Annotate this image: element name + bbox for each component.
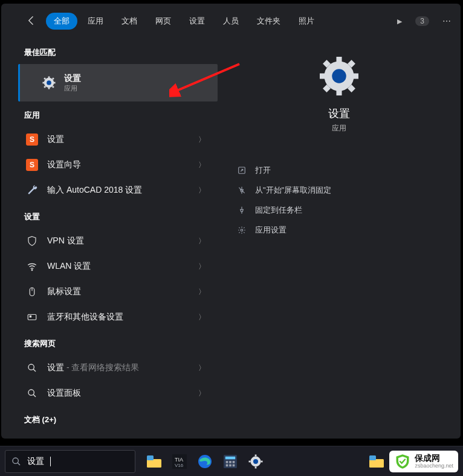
svg-line-20 — [33, 369, 36, 371]
best-match-item[interactable]: 设置 应用 — [18, 64, 218, 101]
detail-actions: 打开 从"开始"屏幕取消固定 固定到任务栏 应用设置 — [236, 160, 442, 240]
chevron-right-icon: 〉 — [198, 388, 206, 399]
taskbar-explorer-icon[interactable] — [145, 452, 163, 471]
search-icon — [25, 361, 39, 375]
action-unpin-start[interactable]: 从"开始"屏幕取消固定 — [236, 180, 442, 200]
s-orange-icon: S — [25, 158, 39, 172]
watermark-title: 保成网 — [415, 454, 453, 463]
svg-rect-57 — [249, 460, 251, 462]
svg-point-19 — [28, 364, 34, 370]
mouse-icon — [25, 285, 39, 298]
web-item-1[interactable]: 设置面板 〉 — [1, 381, 218, 406]
action-app-settings[interactable]: 应用设置 — [236, 220, 442, 240]
svg-text:S: S — [30, 161, 34, 169]
back-arrow-icon[interactable] — [25, 14, 39, 28]
action-label: 固定到任务栏 — [255, 205, 302, 216]
web-item-label: 设置面板 — [47, 388, 198, 399]
tab-all[interactable]: 全部 — [46, 13, 77, 30]
section-settings: 设置 — [1, 203, 218, 228]
chevron-right-icon: 〉 — [198, 287, 206, 297]
svg-rect-59 — [369, 459, 384, 468]
svg-rect-47 — [226, 461, 228, 463]
settings-item-label: 蓝牙和其他设备设置 — [47, 312, 198, 323]
detail-subtitle: 应用 — [332, 123, 346, 133]
section-web: 搜索网页 — [1, 330, 218, 355]
tab-settings[interactable]: 设置 — [181, 13, 213, 30]
s-orange-icon: S — [25, 133, 39, 146]
section-apps: 应用 — [1, 101, 218, 127]
wifi-icon — [25, 260, 39, 273]
settings-item-label: 鼠标设置 — [47, 286, 198, 297]
svg-rect-2 — [48, 76, 50, 78]
svg-text:TIA: TIA — [175, 457, 183, 463]
taskbar-search[interactable]: 设置 — [5, 450, 135, 473]
svg-rect-60 — [369, 455, 376, 460]
taskbar-tia-icon[interactable]: TIAV16 — [170, 452, 189, 471]
svg-rect-27 — [320, 73, 325, 79]
svg-rect-39 — [147, 459, 161, 468]
header-badge[interactable]: 3 — [415, 16, 429, 26]
tab-web[interactable]: 网页 — [147, 13, 179, 30]
web-item-0[interactable]: 设置 - 查看网络搜索结果 〉 — [1, 355, 218, 381]
tab-apps[interactable]: 应用 — [80, 13, 111, 30]
svg-rect-3 — [48, 88, 50, 89]
open-icon — [237, 166, 247, 175]
settings-item-label: WLAN 设置 — [47, 261, 198, 272]
action-pin-taskbar[interactable]: 固定到任务栏 — [236, 200, 442, 220]
app-item-2[interactable]: 输入 AutoCAD 2018 设置 〉 — [1, 178, 218, 203]
unpin-icon — [237, 185, 247, 195]
settings-item-vpn[interactable]: VPN 设置 〉 — [1, 228, 218, 254]
gear-icon — [42, 76, 56, 89]
app-item-label: 设置 — [47, 134, 198, 145]
svg-rect-46 — [225, 456, 236, 459]
section-best-match: 最佳匹配 — [1, 39, 218, 64]
svg-point-1 — [47, 80, 51, 85]
taskbar-explorer2-icon[interactable] — [367, 452, 386, 471]
chevron-right-icon: 〉 — [198, 185, 206, 196]
taskbar-settings-icon[interactable] — [247, 452, 265, 471]
shield-logo-icon — [394, 453, 411, 470]
svg-rect-56 — [255, 466, 257, 468]
svg-rect-26 — [336, 90, 342, 95]
settings-item-wlan[interactable]: WLAN 设置 〉 — [1, 254, 218, 279]
action-label: 应用设置 — [255, 225, 287, 236]
svg-rect-55 — [255, 454, 257, 456]
app-item-label: 输入 AutoCAD 2018 设置 — [47, 185, 198, 196]
header: 全部 应用 文档 网页 设置 人员 文件夹 照片 ▶ 3 ⋯ — [1, 4, 461, 39]
app-item-1[interactable]: S 设置向导 〉 — [1, 152, 218, 178]
settings-item-bluetooth[interactable]: 蓝牙和其他设备设置 〉 — [1, 304, 218, 330]
search-window: 全部 应用 文档 网页 设置 人员 文件夹 照片 ▶ 3 ⋯ 最佳匹配 设置 — [1, 4, 461, 439]
search-icon — [25, 387, 39, 400]
section-docs: 文档 (2+) — [1, 406, 218, 431]
play-icon[interactable]: ▶ — [397, 18, 402, 25]
taskbar-edge-icon[interactable] — [196, 452, 214, 471]
svg-point-21 — [28, 390, 34, 395]
action-open[interactable]: 打开 — [236, 160, 442, 180]
best-match-subtitle: 应用 — [64, 84, 81, 93]
svg-rect-25 — [336, 57, 342, 62]
chevron-right-icon: 〉 — [198, 363, 206, 373]
tab-folders[interactable]: 文件夹 — [249, 13, 288, 30]
svg-rect-50 — [226, 464, 228, 466]
tab-people[interactable]: 人员 — [215, 13, 247, 30]
settings-item-label: VPN 设置 — [47, 236, 198, 246]
watermark-url: zsbaocheng.net — [415, 463, 453, 469]
svg-rect-58 — [261, 460, 263, 462]
svg-rect-40 — [147, 455, 154, 460]
tab-photos[interactable]: 照片 — [291, 13, 322, 30]
chevron-right-icon: 〉 — [198, 160, 206, 170]
more-icon[interactable]: ⋯ — [442, 16, 452, 26]
taskbar-calculator-icon[interactable] — [221, 452, 239, 471]
settings-item-mouse[interactable]: 鼠标设置 〉 — [1, 279, 218, 304]
tab-docs[interactable]: 文档 — [114, 13, 145, 30]
svg-line-38 — [18, 463, 20, 465]
search-input-value: 设置 — [27, 456, 44, 467]
watermark: 保成网 zsbaocheng.net — [389, 451, 458, 472]
svg-rect-49 — [233, 461, 235, 463]
gear-large-icon — [320, 57, 358, 95]
svg-rect-5 — [54, 82, 56, 84]
app-item-0[interactable]: S 设置 〉 — [1, 127, 218, 152]
svg-point-37 — [13, 458, 18, 463]
svg-rect-4 — [42, 82, 44, 84]
chevron-right-icon: 〉 — [198, 236, 206, 246]
